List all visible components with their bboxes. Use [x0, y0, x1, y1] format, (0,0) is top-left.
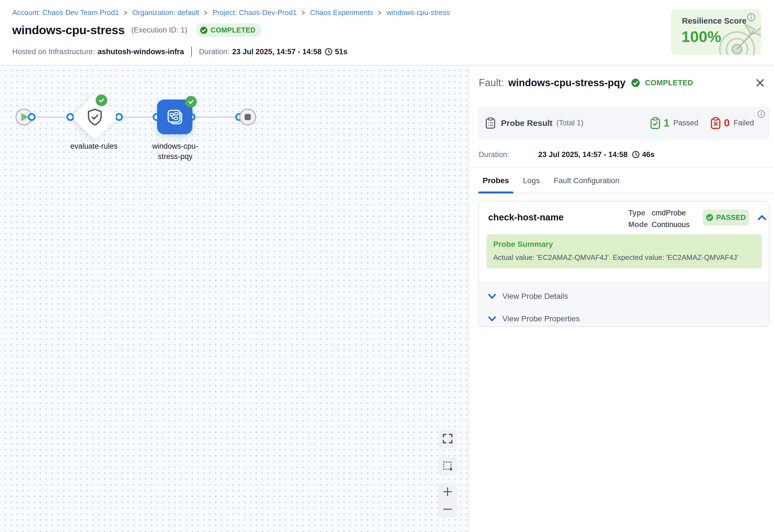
panel-duration-elapsed: 46s [642, 150, 654, 159]
view-probe-details-label: View Probe Details [502, 292, 568, 301]
port[interactable] [28, 113, 36, 121]
zoom-in-button[interactable] [438, 483, 457, 501]
probe-summary-box: Probe Summary Actual value: 'EC2AMAZ-QMV… [487, 234, 762, 269]
chevron-right-icon [301, 9, 306, 16]
info-icon[interactable] [757, 110, 765, 118]
probe-summary-text: Actual value: 'EC2AMAZ-QMVAF4J'. Expecte… [493, 253, 738, 262]
marquee-select-icon [442, 461, 453, 471]
chevron-right-icon [204, 9, 208, 16]
breadcrumb-project[interactable]: Project: Chaos-Dev-Prod1 [212, 8, 297, 17]
view-probe-details-toggle[interactable]: View Probe Details [479, 286, 769, 306]
fault-label: Fault: [479, 77, 504, 89]
panel-tabs: Probes Logs Fault Configuration [478, 168, 774, 193]
probe-card-footer: View Probe Details View Probe Properties [479, 282, 769, 326]
step-label-evaluate-rules: evaluate-rules [52, 141, 136, 151]
probe-result-summary: Probe Result (Total 1) 1 Passed 0 Failed [478, 106, 770, 140]
probe-status-label: PASSED [716, 213, 746, 222]
probe-mode-value: Continuous [652, 220, 690, 229]
clipboard-check-icon [650, 117, 660, 129]
passed-count: 1 [664, 117, 669, 129]
resilience-score-card: Resilience Score 100% [671, 9, 761, 55]
clipboard-icon [485, 117, 495, 129]
port[interactable] [115, 113, 123, 121]
edge-connector [123, 116, 153, 118]
tab-logs[interactable]: Logs [519, 168, 544, 193]
probe-result-title: Probe Result [501, 118, 552, 128]
check-badge-icon [96, 95, 107, 106]
probe-name: check-host-name [488, 212, 564, 223]
target-illustration [707, 16, 761, 55]
breadcrumb-account[interactable]: Account: Chaos Dev Team Prod1 [12, 8, 119, 17]
probe-status-badge: PASSED [703, 210, 749, 225]
edge-connector [195, 116, 235, 118]
duration-elapsed: 51s [335, 48, 347, 56]
check-badge-icon [185, 96, 197, 108]
shield-check-icon [86, 108, 104, 126]
hosted-value: ashutosh-windows-infra [98, 48, 184, 56]
breadcrumb-chaos-experiments[interactable]: Chaos Experiments [310, 8, 373, 17]
view-probe-properties-toggle[interactable]: View Probe Properties [479, 309, 769, 327]
chevron-down-icon [488, 316, 496, 322]
selection-button[interactable] [438, 457, 457, 475]
stop-icon [245, 114, 251, 120]
page-header: Account: Chaos Dev Team Prod1 Organizati… [0, 0, 774, 66]
fault-details-panel: Fault: windows-cpu-stress-pqy COMPLETED … [468, 66, 774, 532]
fullscreen-icon [442, 433, 453, 444]
edge-connector [36, 116, 66, 118]
pipeline-canvas[interactable]: evaluate-rules windows-cpu-stress-pqy [0, 66, 468, 532]
status-badge-label: COMPLETED [210, 26, 255, 34]
play-icon [21, 113, 28, 121]
clock-icon [632, 151, 640, 158]
breadcrumb: Account: Chaos Dev Team Prod1 Organizati… [12, 8, 450, 17]
divider [191, 47, 192, 57]
panel-duration-value: 23 Jul 2025, 14:57 - 14:58 [538, 150, 627, 159]
zoom-out-button[interactable] [438, 501, 457, 518]
fullscreen-button[interactable] [438, 429, 457, 448]
chevron-right-icon [378, 9, 382, 16]
probe-summary-title: Probe Summary [493, 240, 553, 249]
page-title: windows-cpu-stress [12, 23, 125, 37]
plus-icon [443, 487, 453, 497]
passed-label: Passed [673, 119, 698, 127]
probe-result-total: (Total 1) [556, 119, 584, 127]
clipboard-x-icon [711, 117, 721, 129]
probe-card: check-host-name Type cmdProbe Mode Conti… [478, 201, 770, 327]
clock-icon [325, 48, 333, 56]
check-circle-icon [200, 26, 208, 34]
check-circle-icon [706, 214, 713, 221]
chaos-fault-icon [166, 108, 184, 126]
execution-id: (Execution ID: 1) [131, 26, 187, 34]
status-badge: COMPLETED [196, 23, 261, 37]
duration-label: Duration: [199, 48, 230, 56]
probe-type-label: Type [628, 209, 652, 217]
port[interactable] [66, 113, 74, 121]
chevron-down-icon [488, 293, 496, 299]
failed-label: Failed [733, 119, 754, 127]
end-node[interactable] [239, 109, 256, 125]
close-icon[interactable] [755, 78, 765, 88]
duration-value: 23 Jul 2025, 14:57 - 14:58 [232, 48, 321, 56]
step-label-windows-cpu-stress: windows-cpu-stress-pqy [147, 141, 203, 162]
zoom-controls [438, 483, 457, 518]
fault-status-badge: COMPLETED [645, 79, 693, 87]
step-node-evaluate-rules[interactable] [72, 94, 118, 140]
tab-fault-configuration[interactable]: Fault Configuration [549, 168, 624, 193]
hosted-label: Hosted on Infrastructure: [12, 48, 95, 56]
fault-name: windows-cpu-stress-pqy [508, 77, 626, 89]
panel-duration-label: Duration: [479, 150, 538, 159]
probe-type-value: cmdProbe [652, 209, 686, 217]
breadcrumb-current[interactable]: windows-cpu-stress [386, 8, 450, 17]
check-circle-icon [631, 78, 640, 87]
failed-count: 0 [724, 117, 730, 129]
view-probe-properties-label: View Probe Properties [502, 314, 580, 323]
collapse-chevron-up-icon[interactable] [757, 213, 767, 223]
chevron-right-icon [123, 9, 128, 16]
tab-probes[interactable]: Probes [478, 168, 513, 193]
minus-icon [443, 504, 453, 514]
breadcrumb-organization[interactable]: Organization: default [132, 8, 199, 17]
probe-mode-label: Mode [628, 220, 652, 229]
